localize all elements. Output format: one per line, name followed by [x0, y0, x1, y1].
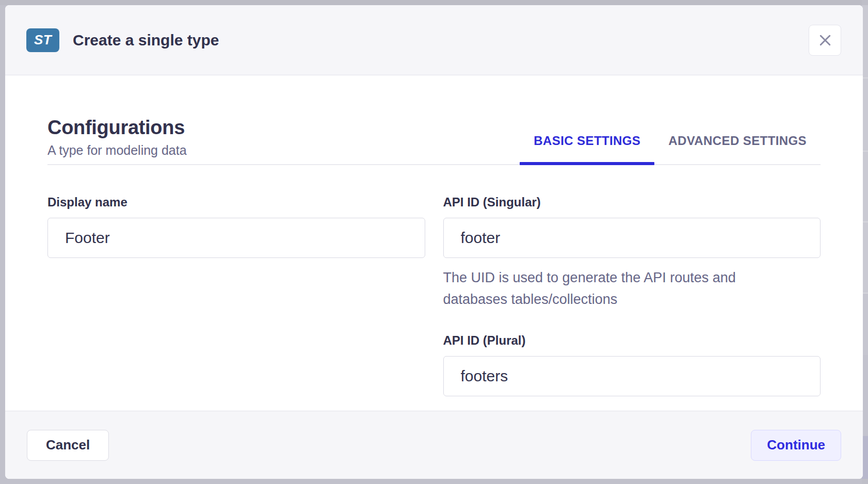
- api-id-singular-input[interactable]: [443, 218, 821, 258]
- form-column-left: Display name: [47, 195, 425, 396]
- page-subtitle: A type for modeling data: [47, 143, 187, 158]
- display-name-input[interactable]: [47, 218, 425, 258]
- settings-tabs: BASIC SETTINGS ADVANCED SETTINGS: [520, 134, 821, 164]
- form-column-right: API ID (Singular) The UID is used to gen…: [443, 195, 821, 396]
- cancel-button[interactable]: Cancel: [27, 430, 109, 461]
- modal-body: Configurations A type for modeling data …: [5, 75, 863, 411]
- api-id-plural-label: API ID (Plural): [443, 333, 821, 348]
- close-button[interactable]: [809, 25, 841, 56]
- close-icon: [817, 33, 833, 48]
- tab-advanced-settings[interactable]: ADVANCED SETTINGS: [654, 134, 821, 164]
- api-id-plural-input[interactable]: [443, 356, 821, 396]
- api-id-singular-hint: The UID is used to generate the API rout…: [443, 267, 768, 311]
- display-name-field-group: Display name: [47, 195, 425, 258]
- modal-title: Create a single type: [73, 31, 219, 49]
- modal-footer: Cancel Continue: [5, 411, 863, 479]
- continue-button[interactable]: Continue: [751, 430, 841, 461]
- api-id-singular-label: API ID (Singular): [443, 195, 821, 209]
- section-title-block: Configurations A type for modeling data: [47, 117, 187, 164]
- page-title: Configurations: [47, 117, 187, 139]
- single-type-badge-label: ST: [34, 32, 52, 48]
- backdrop-top-band: [0, 0, 868, 5]
- tab-basic-settings[interactable]: BASIC SETTINGS: [520, 134, 654, 164]
- section-header: Configurations A type for modeling data …: [47, 117, 821, 165]
- api-id-singular-field-group: API ID (Singular) The UID is used to gen…: [443, 195, 821, 311]
- single-type-badge: ST: [26, 28, 59, 52]
- modal-header: ST Create a single type: [5, 5, 863, 75]
- screen: ST Create a single type Configurations A…: [0, 0, 868, 484]
- create-single-type-modal: ST Create a single type Configurations A…: [5, 5, 863, 479]
- api-id-plural-field-group: API ID (Plural): [443, 333, 821, 396]
- display-name-label: Display name: [47, 195, 425, 209]
- configuration-form: Display name API ID (Singular) The UID i…: [47, 195, 821, 396]
